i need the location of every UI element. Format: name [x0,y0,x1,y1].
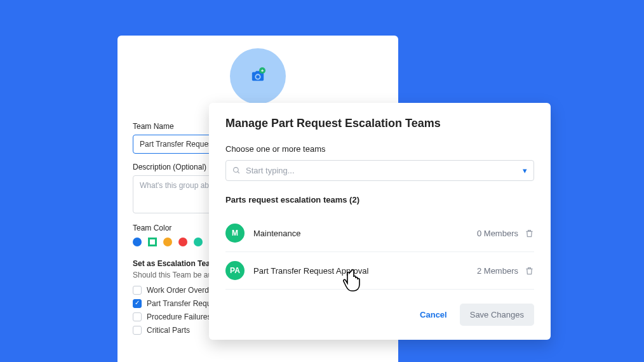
color-swatch-blue[interactable] [133,238,142,246]
search-placeholder: Start typing... [246,166,295,175]
chevron-down-icon: ▾ [523,166,527,175]
trash-icon[interactable] [525,266,534,276]
search-icon [232,166,241,175]
avatar-upload[interactable]: + [230,48,286,104]
team-avatar: PA [225,261,245,280]
plus-icon: + [259,67,265,74]
team-name: Maintenance [253,229,477,238]
team-row[interactable]: M Maintenance 0 Members [225,215,534,252]
teams-list-title: Parts request escalation teams (2) [225,195,534,204]
cancel-button[interactable]: Cancel [416,304,451,326]
color-swatch-orange[interactable] [163,238,172,246]
checkbox-icon [133,286,142,295]
checkbox-icon [133,326,142,335]
save-button[interactable]: Save Changes [460,304,534,326]
color-swatch-teal[interactable] [194,238,203,246]
trash-icon[interactable] [525,229,534,238]
choose-teams-label: Choose one or more teams [225,144,534,154]
modal-title: Manage Part Request Escalation Teams [225,117,534,130]
checkbox-icon [133,312,142,321]
team-members: 2 Members [477,266,518,276]
team-members: 0 Members [477,229,518,238]
checkbox-icon [133,299,142,308]
svg-point-0 [234,168,239,173]
team-search-input[interactable]: Start typing... ▾ [225,160,534,181]
modal-actions: Cancel Save Changes [225,304,534,326]
check-label: Work Order Overdue [147,286,217,295]
team-avatar: M [225,224,245,243]
team-name: Part Transfer Request Approval [253,266,477,276]
color-swatch-red[interactable] [178,238,187,246]
escalation-modal: Manage Part Request Escalation Teams Cho… [209,103,551,340]
check-label: Critical Parts [147,326,190,335]
team-row[interactable]: PA Part Transfer Request Approval 2 Memb… [225,252,534,290]
svg-line-1 [238,171,239,173]
color-swatch-green-selected[interactable] [148,238,157,246]
